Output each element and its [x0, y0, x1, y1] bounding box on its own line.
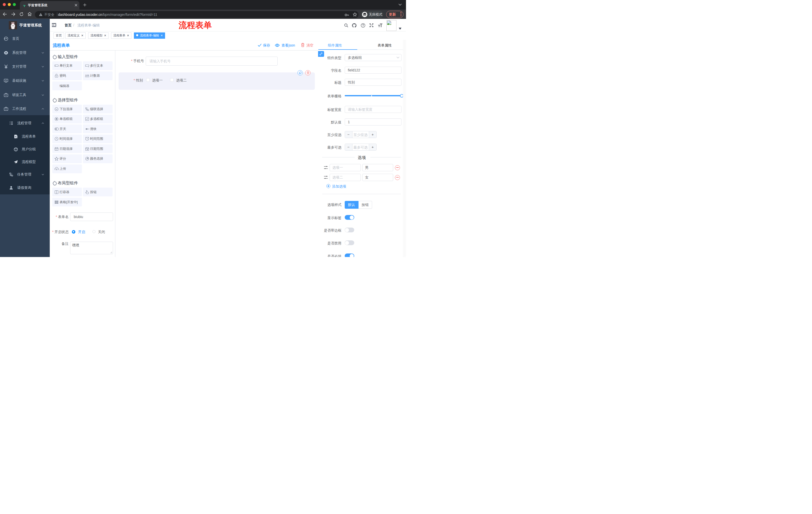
- svg-text:123: 123: [85, 74, 89, 77]
